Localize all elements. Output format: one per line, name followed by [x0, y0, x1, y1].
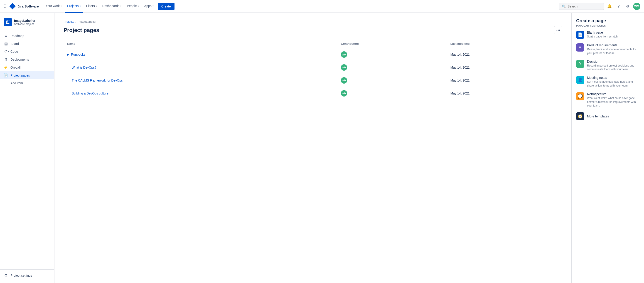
sidebar-bottom: ⚙ Project settings — [0, 269, 54, 279]
template-name-3: Meeting notes — [587, 76, 640, 80]
oncall-icon: ⚡ — [4, 65, 8, 70]
template-item-4[interactable]: 💬 Retrospective What went well? What cou… — [576, 92, 640, 108]
template-item-2[interactable]: Y Decision Record important project deci… — [576, 60, 640, 72]
template-icon-0: 📄 — [576, 31, 584, 39]
main-content: Projects / ImageLabeller Project pages •… — [54, 13, 572, 283]
template-desc-2: Record important project decisions and c… — [587, 64, 640, 72]
search-icon: 🔍 — [562, 5, 566, 8]
sidebar-item-add-item[interactable]: + Add item — [0, 79, 54, 87]
grid-icon[interactable]: ⠿ — [4, 4, 6, 9]
col-header-name: Name — [64, 40, 337, 48]
code-icon: </> — [4, 50, 8, 54]
breadcrumb-projects[interactable]: Projects — [64, 20, 74, 23]
roadmap-icon: ≡ — [4, 34, 8, 38]
page-link-3[interactable]: Building a DevOps culture — [72, 92, 108, 95]
help-button[interactable]: ? — [615, 3, 622, 10]
chevron-down-icon: ▾ — [152, 5, 154, 7]
page-link-1[interactable]: What is DevOps? — [72, 66, 96, 69]
template-info-2: Decision Record important project decisi… — [587, 60, 640, 72]
sidebar-item-deployments[interactable]: ⬆ Deployments — [0, 55, 54, 63]
template-icon-3: 👤 — [576, 76, 584, 84]
table-row: Building a DevOps culture WM May 14, 202… — [64, 87, 562, 100]
avatar-1: WM — [341, 64, 347, 71]
templates-container: 📄 Blank page Start a page from scratch. … — [576, 31, 640, 108]
board-icon: ▦ — [4, 42, 8, 46]
nav-your-work[interactable]: Your work ▾ — [43, 0, 64, 13]
nav-projects[interactable]: Projects ▾ — [65, 0, 83, 13]
cell-modified-2: May 14, 2021 — [447, 74, 562, 87]
template-name-0: Blank page — [587, 31, 618, 34]
breadcrumb-separator: / — [76, 20, 76, 23]
cell-contributor-3: WM — [337, 87, 446, 100]
template-info-1: Product requirements Define, track and s… — [587, 43, 640, 55]
page-title: Project pages — [64, 27, 99, 33]
avatar[interactable]: WM — [633, 3, 640, 10]
cell-name-3: Building a DevOps culture — [64, 87, 337, 100]
create-button[interactable]: Create — [158, 3, 174, 10]
template-info-0: Blank page Start a page from scratch. — [587, 31, 618, 39]
template-desc-0: Start a page from scratch. — [587, 35, 618, 39]
col-header-contributors: Contributors — [337, 40, 446, 48]
expand-icon[interactable]: ▶ — [67, 53, 69, 56]
chevron-down-icon: ▾ — [120, 5, 122, 7]
template-item-3[interactable]: 👤 Meeting notes Set meeting agendas, tak… — [576, 76, 640, 88]
chevron-down-icon: ▾ — [80, 5, 81, 7]
col-header-last-modified: Last modified — [447, 40, 562, 48]
page-link-0[interactable]: Runbooks — [71, 53, 85, 56]
sidebar-item-oncall[interactable]: ⚡ On-call — [0, 63, 54, 71]
sidebar-project-info: ImageLabeller Software project — [14, 19, 36, 26]
table-row: What is DevOps? WM May 14, 2021 — [64, 61, 562, 74]
template-info-3: Meeting notes Set meeting agendas, take … — [587, 76, 640, 88]
page-link-2[interactable]: The CALMS Framework for DevOps — [72, 79, 123, 82]
template-icon-4: 💬 — [576, 92, 584, 100]
avatar-3: WM — [341, 90, 347, 97]
sidebar-item-board[interactable]: ▦ Board — [0, 40, 54, 48]
table-row: The CALMS Framework for DevOps WM May 14… — [64, 74, 562, 87]
page-header: Project pages ••• — [64, 26, 562, 34]
cell-name-2: The CALMS Framework for DevOps — [64, 74, 337, 87]
popular-templates-label: Popular Templates — [576, 24, 640, 27]
project-icon: 🖼 — [4, 18, 12, 26]
nav-apps[interactable]: Apps ▾ — [142, 0, 156, 13]
logo[interactable]: Jira Software — [9, 3, 39, 10]
sidebar-item-code[interactable]: </> Code — [0, 48, 54, 55]
sidebar-item-project-pages[interactable]: 📄 Project pages — [0, 71, 54, 79]
sidebar-item-roadmap[interactable]: ≡ Roadmap — [0, 32, 54, 40]
template-item-1[interactable]: ≡ Product requirements Define, track and… — [576, 43, 640, 55]
template-desc-1: Define, track and scope requirements for… — [587, 48, 640, 55]
avatar-0: WM — [341, 51, 347, 58]
more-options-button[interactable]: ••• — [554, 26, 562, 34]
right-panel: Create a page Popular Templates 📄 Blank … — [572, 13, 644, 283]
cell-modified-3: May 14, 2021 — [447, 87, 562, 100]
template-icon-2: Y — [576, 60, 584, 68]
nav-people[interactable]: People ▾ — [124, 0, 141, 13]
chevron-down-icon: ▾ — [96, 5, 97, 7]
template-item-0[interactable]: 📄 Blank page Start a page from scratch. — [576, 31, 640, 39]
nav-dashboards[interactable]: Dashboards ▾ — [100, 0, 124, 13]
add-icon: + — [4, 81, 8, 85]
template-name-2: Decision — [587, 60, 640, 63]
more-templates-item[interactable]: 🧭 More templates — [576, 112, 640, 120]
notifications-button[interactable]: 🔔 — [606, 3, 613, 10]
cell-contributor-0: WM — [337, 48, 446, 61]
chevron-down-icon: ▾ — [138, 5, 139, 7]
pages-table: Name Contributors Last modified ▶ Runboo… — [64, 40, 562, 100]
settings-button[interactable]: ⚙ — [624, 3, 631, 10]
logo-diamond — [9, 3, 16, 10]
search-box[interactable]: 🔍 — [559, 3, 604, 10]
cell-name-0: ▶ Runbooks — [64, 48, 337, 61]
template-name-4: Retrospective — [587, 92, 640, 96]
nav-right: 🔍 🔔 ? ⚙ WM — [559, 3, 640, 10]
sidebar-item-project-settings[interactable]: ⚙ Project settings — [0, 271, 54, 279]
nav-filters[interactable]: Filters ▾ — [84, 0, 99, 13]
project-type: Software project — [14, 23, 36, 26]
last-modified-1: May 14, 2021 — [450, 66, 470, 69]
app-layout: 🖼 ImageLabeller Software project ≡ Roadm… — [0, 13, 644, 283]
create-page-title: Create a page — [576, 18, 640, 23]
sidebar: 🖼 ImageLabeller Software project ≡ Roadm… — [0, 13, 54, 283]
breadcrumb: Projects / ImageLabeller — [64, 20, 562, 23]
avatar-2: WM — [341, 77, 347, 84]
top-nav: ⠿ Jira Software Your work ▾ Projects ▾ F… — [0, 0, 644, 13]
search-input[interactable] — [568, 5, 599, 8]
table-row: ▶ Runbooks WM May 14, 2021 — [64, 48, 562, 61]
